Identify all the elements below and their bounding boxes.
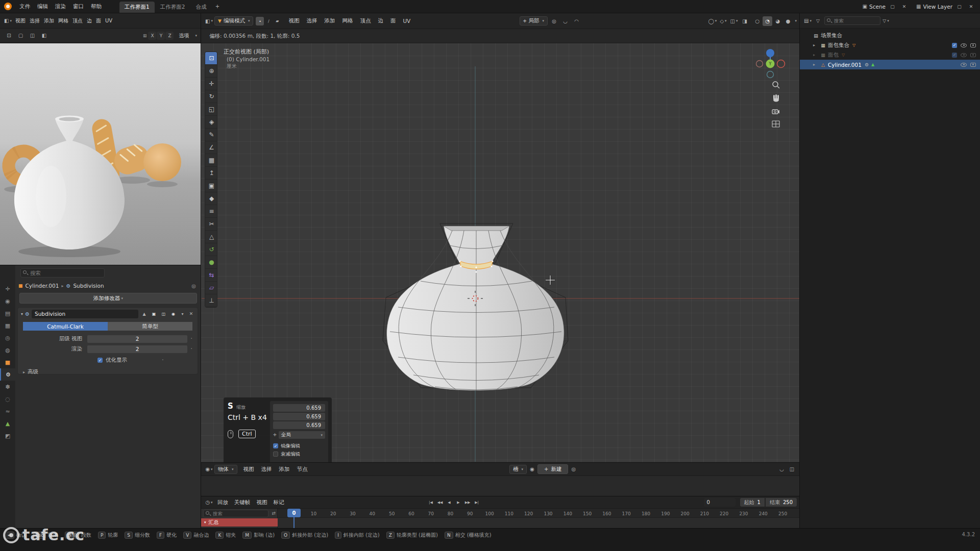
world-properties-tab[interactable]: ◍: [0, 344, 15, 356]
窗口[interactable]: 窗口: [69, 2, 87, 12]
文件[interactable]: 文件: [16, 2, 34, 12]
workspace-tab[interactable]: 工作界面2: [155, 2, 190, 13]
disable-render-camera-icon[interactable]: [970, 63, 976, 67]
tool-rotate[interactable]: ↻: [205, 90, 217, 103]
tool-scale[interactable]: ◱: [205, 103, 217, 116]
blender-logo[interactable]: [4, 3, 12, 10]
editor-type-icon[interactable]: ◧▾: [204, 16, 214, 26]
pin-icon[interactable]: ◎: [191, 283, 198, 289]
snap-magnet-icon[interactable]: ◡: [560, 16, 570, 26]
view-layer-properties-tab[interactable]: ▦: [0, 319, 15, 332]
previous-keyframe-button[interactable]: ◀◀: [436, 497, 444, 507]
animate-dot-icon[interactable]: ·: [190, 335, 192, 342]
filter-funnel-icon[interactable]: ▽: [813, 16, 823, 26]
选择[interactable]: 选择: [28, 16, 42, 26]
edge-select-mode-button[interactable]: ∕: [264, 17, 273, 26]
material-properties-tab[interactable]: ◩: [0, 430, 15, 442]
animate-dot-icon[interactable]: ·: [190, 345, 192, 353]
hide-viewport-eye-icon[interactable]: [961, 63, 967, 67]
scale-value-field[interactable]: 0.659: [273, 413, 325, 420]
output-properties-tab[interactable]: ▤: [0, 307, 15, 319]
节点[interactable]: 节点: [293, 464, 311, 474]
render-properties-tab[interactable]: ◉: [0, 295, 15, 307]
选择[interactable]: 选择: [303, 16, 321, 26]
网格[interactable]: 网格: [338, 16, 356, 26]
expand-icon[interactable]: ▾: [21, 312, 23, 316]
timeline-ruler[interactable]: 0102030405060708090100110120130140150160…: [278, 509, 800, 518]
solid-shading-button[interactable]: ◔: [763, 16, 772, 26]
options-dropdown[interactable]: 选项: [175, 31, 192, 41]
material-sphere-icon[interactable]: ◉: [527, 464, 537, 474]
modifier-extras-menu[interactable]: ▾: [179, 309, 186, 319]
编辑[interactable]: 编辑: [34, 2, 52, 12]
viewport-canvas[interactable]: 正交前视图 (局部) (0) Cylinder.001 厘米 ⊡⊕✛↻◱◈✎∠▦…: [201, 43, 800, 463]
number-field[interactable]: 2: [87, 345, 187, 353]
new-scene-button[interactable]: ▢: [888, 2, 897, 11]
rendered-shading-button[interactable]: ●: [783, 16, 793, 26]
show-realtime-toggle[interactable]: ◫: [160, 309, 167, 319]
outliner-row-scene-collection[interactable]: 场景集合 ▽ ⚙ ▲: [800, 31, 980, 40]
editor-type-icon[interactable]: ◷▾: [204, 497, 214, 507]
回放[interactable]: 回放: [214, 498, 231, 507]
animate-dot-icon[interactable]: ·: [162, 357, 164, 364]
shader-type-dropdown[interactable]: 物体 ▾: [214, 465, 237, 474]
scene-selector[interactable]: ▣ Scene ▢ ✕: [863, 2, 909, 11]
breadcrumb-modifier[interactable]: Subdivision: [73, 283, 104, 289]
tool-properties-tab[interactable]: ✛: [0, 283, 15, 295]
exclude-checkbox[interactable]: [952, 43, 957, 48]
editor-type-icon[interactable]: ▤▾: [803, 16, 813, 26]
properties-search-input[interactable]: [20, 268, 105, 278]
advanced-section[interactable]: ▸ 高级: [23, 368, 192, 375]
unlink-scene-button[interactable]: ✕: [899, 2, 909, 11]
number-field[interactable]: 2: [87, 335, 187, 343]
optimal-display-checkbox[interactable]: [97, 358, 103, 363]
physics-properties-tab[interactable]: ◌: [0, 393, 15, 405]
tool-spin[interactable]: ↺: [205, 243, 217, 256]
camera-view-icon[interactable]: [771, 107, 780, 116]
selectability-dropdown[interactable]: ◯▾: [707, 16, 717, 26]
wireframe-shading-button[interactable]: ○: [752, 16, 762, 26]
zoom-icon[interactable]: [771, 80, 780, 89]
disable-render-camera-icon[interactable]: [970, 53, 976, 57]
add-workspace-button[interactable]: +: [212, 2, 222, 11]
outliner-row-bread[interactable]: 面包 ▽ ⚙ ▲: [800, 50, 980, 60]
tool-measure[interactable]: ∠: [205, 141, 217, 154]
pin-icon[interactable]: ◎: [569, 464, 578, 474]
delete-modifier-button[interactable]: ✕: [188, 309, 194, 319]
remove-view-layer-button[interactable]: ✕: [966, 2, 976, 11]
outliner-row-bread-collection[interactable]: 面包集合 ▽ ⚙ ▲: [800, 40, 980, 50]
tool-rip-region[interactable]: ⊥: [205, 294, 217, 307]
渲染[interactable]: 渲染: [52, 2, 69, 12]
tool-extrude-region[interactable]: ↥: [205, 167, 217, 180]
editor-type-icon[interactable]: ◉▾: [204, 464, 214, 474]
face-select-mode-button[interactable]: ▰: [273, 17, 281, 26]
tool-add-cube[interactable]: ▦: [205, 154, 217, 167]
show-on-cage-toggle[interactable]: ▲: [140, 309, 148, 319]
option-checkbox[interactable]: [273, 443, 278, 448]
UV[interactable]: UV: [399, 16, 414, 26]
constraints-properties-tab[interactable]: ≈: [0, 405, 15, 417]
play-reverse-button[interactable]: ◀: [445, 497, 453, 507]
disable-render-camera-icon[interactable]: [970, 43, 976, 47]
选择[interactable]: 选择: [258, 464, 276, 474]
tool-poly-build[interactable]: △: [205, 231, 217, 243]
channel-search-input[interactable]: [203, 510, 268, 517]
editor-type-icon[interactable]: ◧▾: [3, 16, 13, 26]
scene-properties-tab[interactable]: ◎: [0, 332, 15, 344]
toggle-grid-icon[interactable]: [771, 120, 780, 129]
transform-orientation-dropdown[interactable]: ✛ 局部 ▾: [520, 16, 548, 26]
视图[interactable]: 视图: [240, 464, 258, 474]
expand-caret-icon[interactable]: [813, 62, 818, 67]
workspace-tab[interactable]: 合成: [190, 2, 211, 13]
tool-transform[interactable]: ◈: [205, 116, 217, 129]
expand-caret-icon[interactable]: [813, 53, 818, 57]
Y[interactable]: Y: [157, 32, 165, 40]
snap-magnet-icon[interactable]: ◡: [777, 464, 787, 474]
particles-properties-tab[interactable]: ✽: [0, 381, 15, 393]
snap-icon[interactable]: ◫: [28, 31, 37, 40]
hide-viewport-eye-icon[interactable]: [961, 43, 967, 47]
jump-to-start-button[interactable]: |◀: [427, 497, 435, 507]
顶点[interactable]: 顶点: [70, 16, 85, 26]
filter-dropdown-icon[interactable]: ▽▾: [881, 16, 891, 26]
next-keyframe-button[interactable]: ▶▶: [463, 497, 472, 507]
